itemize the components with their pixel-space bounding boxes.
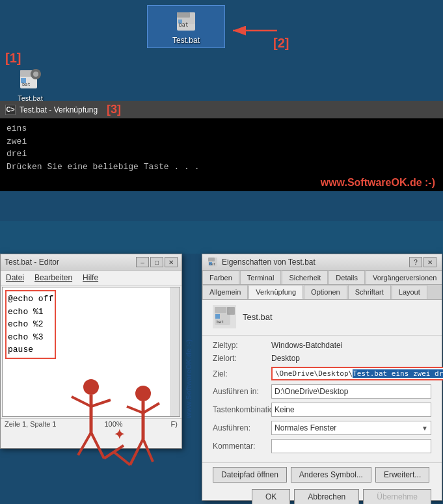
selected-desktop-icon[interactable]: bat Test.bat (147, 5, 225, 48)
svg-rect-13 (34, 69, 37, 72)
props-input-ausfuhren-in[interactable] (271, 384, 431, 399)
label-2: [2] (273, 36, 289, 51)
props-row-kommentar: Kommentar: (213, 439, 431, 453)
tab-layout[interactable]: Layout (392, 285, 427, 299)
svg-line-22 (91, 432, 104, 458)
notepad-menu-datei[interactable]: Datei (1, 272, 29, 284)
notepad-maximize-button[interactable]: □ (150, 257, 163, 267)
tab-details[interactable]: Details (329, 271, 365, 284)
props-label-zielort: Zielort: (213, 354, 271, 363)
props-action-buttons: Dateipfad öffnen Anderes Symbol... Erwei… (202, 462, 442, 486)
notepad-close-button[interactable]: ✕ (165, 257, 178, 267)
tabs-row-bottom: Allgemein Verknüpfung Optionen Schriftar… (202, 285, 442, 300)
label-1: [1] (5, 51, 21, 66)
notepad-menu-hilfe[interactable]: Hilfe (77, 272, 103, 284)
bat-file-icon: bat (19, 68, 42, 93)
props-label-zieltyp: Zieltyp: (213, 341, 271, 350)
props-row-zieltyp: Zieltyp: Windows-Batchdatei (213, 341, 431, 350)
tab-farben[interactable]: Farben (202, 271, 239, 284)
cmd-titlebar: C> Test.bat - Verknüpfung [3] (0, 101, 443, 118)
desktop: [1] bat Test.bat [2] (0, 0, 443, 221)
svg-rect-16 (38, 73, 41, 75)
tab-terminal[interactable]: Terminal (240, 271, 282, 284)
props-input-tastenkombination[interactable] (271, 403, 431, 417)
label-3: [3] (107, 103, 121, 116)
props-row-ausfuhren-in: Ausführen in: (213, 384, 431, 399)
tabs-row-top: Farben Terminal Sicherheit Details Vorgä… (202, 271, 442, 285)
props-title: bat Eigenschaften von Test.bat (208, 257, 315, 267)
cmd-window: C> Test.bat - Verknüpfung [3] eins zwei … (0, 101, 443, 191)
props-controls: ? ✕ (409, 257, 436, 267)
cmd-watermark: www.SoftwareOK.de :-) (0, 177, 443, 191)
props-select-ausfuhren[interactable]: Normales Fenster ▼ (271, 421, 431, 435)
notepad-menu: Datei Bearbeiten Hilfe (1, 271, 181, 285)
props-target-input-wrapper[interactable]: \OneDrive\Desktop\Test.bat eins zwei dre… (271, 367, 443, 380)
tab-verknupfung[interactable]: Verknüpfung (248, 285, 303, 299)
svg-text:bat: bat (22, 82, 31, 87)
props-target-prefix: \OneDrive\Desktop\ (275, 369, 353, 378)
notepad-menu-bearbeiten[interactable]: Bearbeiten (29, 272, 77, 284)
props-target-input-content: \OneDrive\Desktop\Test.bat eins zwei dre… (273, 368, 443, 379)
tab-optionen[interactable]: Optionen (304, 285, 347, 299)
tab-sicherheit[interactable]: Sicherheit (282, 271, 328, 284)
svg-rect-37 (215, 307, 226, 313)
props-row-ausfuhren: Ausführen: Normales Fenster ▼ (213, 421, 431, 435)
svg-line-21 (78, 432, 91, 455)
notepad-content: @echo off echo %1 echo %2 echo %3 pause (5, 290, 177, 359)
tab-vorganger[interactable]: Vorgängerversionen (366, 271, 442, 284)
props-label-tastenkombination: Tastenkombination: (213, 405, 271, 414)
props-ok-row: OK Abbrechen Übernehme (202, 486, 442, 504)
svg-text:bat: bat (209, 262, 215, 266)
props-filename: Test.bat (243, 312, 273, 322)
props-close-button[interactable]: ✕ (423, 257, 436, 267)
cmd-line-4: Drücken Sie eine beliebige Taste . . . (7, 161, 436, 174)
props-help-button[interactable]: ? (409, 257, 422, 267)
svg-point-24 (135, 386, 151, 401)
props-label-ausfuhren: Ausführen: (213, 423, 271, 432)
props-label-ziel: Ziel: (213, 369, 271, 378)
bat-file-icon-selected: bat (173, 8, 199, 34)
notepad-line-2: echo %1 (8, 306, 53, 319)
desktop-icon[interactable]: bat Test.bat (9, 65, 51, 105)
props-select-arrow: ▼ (422, 425, 428, 432)
svg-point-12 (33, 72, 38, 77)
erweitert-button[interactable]: Erweitert... (375, 467, 429, 483)
tab-schriftart[interactable]: Schriftart (348, 285, 391, 299)
abbrechen-button[interactable]: Abbrechen (294, 489, 359, 504)
props-icon-row: bat Test.bat (202, 300, 442, 334)
notepad-line-4: echo %3 (8, 331, 53, 344)
svg-rect-2 (177, 12, 190, 18)
notepad-controls: – □ ✕ (136, 257, 178, 267)
svg-point-41 (228, 308, 234, 313)
anderes-symbol-button[interactable]: Anderes Symbol... (291, 467, 371, 483)
notepad-minimize-button[interactable]: – (136, 257, 149, 267)
svg-rect-4 (178, 20, 182, 23)
selected-icon-label: Test.bat (172, 36, 200, 45)
cmd-line-1: eins (7, 122, 436, 135)
svg-line-20 (91, 400, 111, 406)
bat-icon-svg-selected: bat (176, 11, 196, 32)
notepad-line-1: @echo off (8, 293, 53, 306)
props-input-kommentar[interactable] (271, 439, 431, 453)
props-titlebar: bat Eigenschaften von Test.bat ? ✕ (202, 254, 442, 271)
props-bat-icon: bat (213, 305, 236, 328)
ubernehme-button[interactable]: Übernehme (363, 489, 431, 504)
tab-allgemein[interactable]: Allgemein (202, 285, 248, 299)
props-label-kommentar: Kommentar: (213, 442, 271, 451)
ok-button[interactable]: OK (252, 489, 290, 504)
dateipfad-offnen-button[interactable]: Dateipfad öffnen (213, 467, 287, 483)
svg-line-19 (72, 397, 91, 406)
props-row-tastenkombination: Tastenkombination: (213, 403, 431, 417)
props-form: Zieltyp: Windows-Batchdatei Zielort: Des… (202, 338, 442, 460)
svg-text:✦: ✦ (114, 427, 125, 442)
svg-rect-38 (215, 314, 220, 319)
svg-rect-14 (34, 77, 37, 79)
props-row-ziel: Ziel: \OneDrive\Desktop\Test.bat eins zw… (213, 367, 431, 380)
properties-window: bat Eigenschaften von Test.bat ? ✕ Farbe… (202, 254, 442, 501)
props-divider (202, 335, 442, 336)
gear-bat-icon: bat (19, 68, 42, 91)
cmd-line-2: zwei (7, 135, 436, 148)
svg-line-30 (114, 452, 130, 465)
cmd-icon: C> (5, 105, 16, 115)
notepad-title: Test.bat - Editor (5, 258, 59, 267)
